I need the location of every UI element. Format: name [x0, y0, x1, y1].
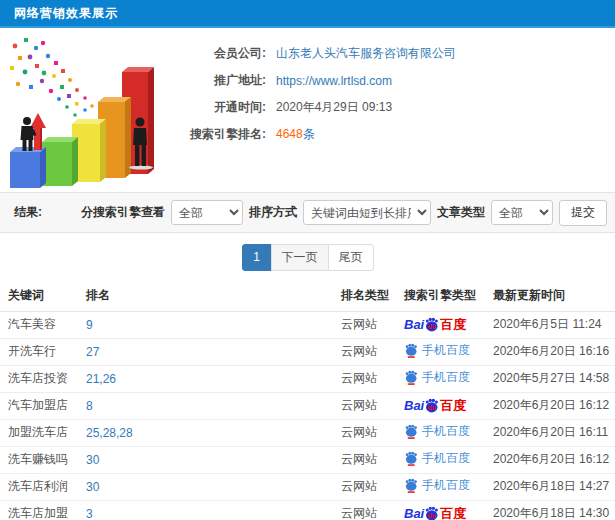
rank-label: 搜索引擎排名: — [178, 126, 266, 143]
rank-link[interactable]: 27 — [86, 345, 99, 359]
mobile-baidu-paw-icon — [404, 370, 418, 385]
svg-text:du: du — [428, 323, 436, 330]
cell-engine: Bai du 百度 — [400, 392, 489, 419]
rank-link[interactable]: 30 — [86, 453, 99, 467]
next-page-button[interactable]: 下一页 — [271, 244, 329, 271]
info-row-url: 推广地址: https://www.lrtlsd.com — [178, 67, 456, 94]
info-row-opened: 开通时间: 2020年4月29日 09:13 — [178, 94, 456, 121]
cell-keyword: 开洗车行 — [0, 338, 82, 365]
header-keyword: 关键词 — [0, 281, 82, 311]
mobile-baidu-text: 手机百度 — [422, 450, 470, 467]
cell-updated: 2020年6月18日 14:30 — [489, 500, 615, 520]
table-row: 洗车店加盟 3 云网站 Bai du 百度 2020年6月18日 14:30 — [0, 500, 615, 520]
filter-controls: 分搜索引擎查看 全部 排序方式 关键词由短到长排序 文章类型 全部 提交 — [81, 200, 607, 226]
table-row: 洗车店利润 30 云网站 手机百度 2020年6月18日 14:27 — [0, 473, 615, 500]
info-panel: 会员公司: 山东老人头汽车服务咨询有限公司 推广地址: https://www.… — [0, 28, 615, 192]
engine-filter-select[interactable]: 全部 — [171, 200, 243, 225]
opened-label: 开通时间: — [178, 99, 266, 116]
cell-updated: 2020年6月5日 11:24 — [489, 311, 615, 338]
cell-keyword: 洗车店投资 — [0, 365, 82, 392]
cell-updated: 2020年6月20日 16:16 — [489, 338, 615, 365]
cell-rank-type: 云网站 — [337, 446, 400, 473]
filter-bar: 结果: 分搜索引擎查看 全部 排序方式 关键词由短到长排序 文章类型 全部 提交 — [0, 192, 615, 233]
baidu-paw-icon: du — [424, 317, 439, 332]
cell-updated: 2020年6月20日 16:11 — [489, 419, 615, 446]
pagination: 1 下一页 尾页 — [242, 244, 374, 271]
cell-rank-type: 云网站 — [337, 311, 400, 338]
cell-engine: 手机百度 — [400, 473, 489, 500]
company-link[interactable]: 山东老人头汽车服务咨询有限公司 — [276, 45, 456, 62]
mobile-baidu-paw-icon — [404, 451, 418, 466]
cell-rank-type: 云网站 — [337, 419, 400, 446]
baidu-bai-text: Bai — [404, 398, 424, 413]
sort-filter-label: 排序方式 — [249, 204, 297, 221]
header-rank: 排名 — [82, 281, 337, 311]
table-header-row: 关键词 排名 排名类型 搜索引擎类型 最新更新时间 — [0, 281, 615, 311]
sort-filter-select[interactable]: 关键词由短到长排序 — [303, 200, 431, 225]
baidu-pc-logo: Bai du 百度 — [404, 316, 466, 334]
baidu-mobile-logo: 手机百度 — [404, 369, 470, 386]
mobile-baidu-paw-icon — [404, 343, 418, 358]
confetti-dots — [10, 38, 94, 117]
baidu-paw-icon: du — [424, 398, 439, 413]
results-table: 关键词 排名 排名类型 搜索引擎类型 最新更新时间 汽车美容 9 云网站 Bai… — [0, 281, 615, 520]
rank-link[interactable]: 3 — [86, 507, 93, 520]
cell-keyword: 洗车赚钱吗 — [0, 446, 82, 473]
table-row: 开洗车行 27 云网站 手机百度 2020年6月20日 16:16 — [0, 338, 615, 365]
bar-blue — [10, 147, 46, 188]
table-row: 洗车赚钱吗 30 云网站 手机百度 2020年6月20日 16:12 — [0, 446, 615, 473]
table-row: 加盟洗车店 25,28,28 云网站 手机百度 2020年6月20日 16:11 — [0, 419, 615, 446]
cell-keyword: 洗车店利润 — [0, 473, 82, 500]
rank-count-unit: 条 — [303, 127, 315, 141]
bar-chart-illustration — [0, 28, 178, 192]
bar-green — [42, 137, 78, 186]
cell-rank-type: 云网站 — [337, 473, 400, 500]
promotion-url-link[interactable]: https://www.lrtlsd.com — [276, 74, 392, 88]
cell-engine: 手机百度 — [400, 338, 489, 365]
mobile-baidu-text: 手机百度 — [422, 477, 470, 494]
cell-engine: Bai du 百度 — [400, 500, 489, 520]
rank-link[interactable]: 25,28,28 — [86, 426, 133, 440]
baidu-mobile-logo: 手机百度 — [404, 450, 470, 467]
baidu-pc-logo: Bai du 百度 — [404, 397, 466, 415]
svg-text:du: du — [428, 512, 436, 519]
type-filter-select[interactable]: 全部 — [491, 200, 553, 225]
cell-engine: 手机百度 — [400, 446, 489, 473]
mobile-baidu-paw-icon — [404, 478, 418, 493]
cell-rank-type: 云网站 — [337, 392, 400, 419]
title-bar: 网络营销效果展示 — [0, 0, 615, 28]
page-button-1[interactable]: 1 — [242, 244, 272, 271]
rank-link[interactable]: 9 — [86, 318, 93, 332]
baidu-bai-text: Bai — [404, 317, 424, 332]
cell-rank-type: 云网站 — [337, 338, 400, 365]
mobile-baidu-text: 手机百度 — [422, 423, 470, 440]
baidu-cn-text: 百度 — [440, 505, 466, 520]
rank-link[interactable]: 21,26 — [86, 372, 116, 386]
baidu-pc-logo: Bai du 百度 — [404, 505, 466, 520]
submit-button[interactable]: 提交 — [559, 200, 607, 226]
mobile-baidu-text: 手机百度 — [422, 342, 470, 359]
info-row-rank: 搜索引擎排名: 4648条 — [178, 121, 456, 148]
cell-engine: 手机百度 — [400, 419, 489, 446]
opened-value: 2020年4月29日 09:13 — [276, 99, 392, 116]
baidu-paw-icon: du — [424, 506, 439, 520]
cell-keyword: 加盟洗车店 — [0, 419, 82, 446]
rank-link[interactable]: 30 — [86, 480, 99, 494]
mobile-baidu-paw-icon — [404, 424, 418, 439]
cell-rank-type: 云网站 — [337, 500, 400, 520]
last-page-button[interactable]: 尾页 — [328, 244, 374, 271]
company-label: 会员公司: — [178, 45, 266, 62]
table-row: 汽车美容 9 云网站 Bai du 百度 2020年6月5日 11:24 — [0, 311, 615, 338]
rank-link[interactable]: 8 — [86, 399, 93, 413]
baidu-bai-text: Bai — [404, 506, 424, 520]
cell-updated: 2020年6月20日 16:12 — [489, 446, 615, 473]
cell-keyword: 汽车美容 — [0, 311, 82, 338]
page-title: 网络营销效果展示 — [14, 5, 118, 22]
baidu-mobile-logo: 手机百度 — [404, 477, 470, 494]
cell-engine: 手机百度 — [400, 365, 489, 392]
info-row-company: 会员公司: 山东老人头汽车服务咨询有限公司 — [178, 40, 456, 67]
svg-text:du: du — [428, 404, 436, 411]
table-row: 汽车加盟店 8 云网站 Bai du 百度 2020年6月20日 16:12 — [0, 392, 615, 419]
baidu-cn-text: 百度 — [440, 316, 466, 334]
header-engine-type: 搜索引擎类型 — [400, 281, 489, 311]
